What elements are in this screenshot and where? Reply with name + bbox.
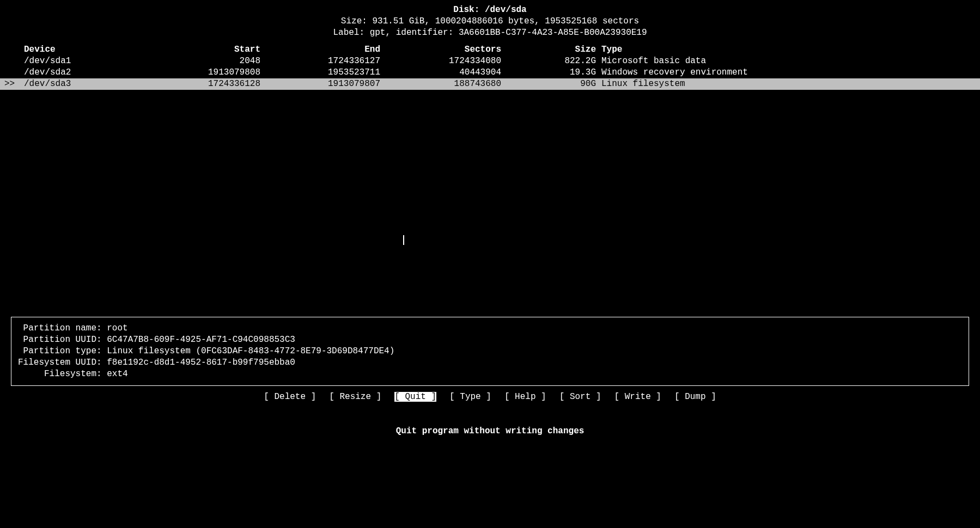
- disk-path: /dev/sda: [485, 5, 527, 15]
- header-type: Type: [596, 44, 980, 56]
- cell-type: Linux filesystem: [596, 78, 980, 90]
- cell-size: 822.2G: [501, 56, 596, 67]
- partition-row[interactable]: /dev/sda2191307980819535237114044390419.…: [0, 67, 980, 78]
- cell-sectors: 188743680: [380, 78, 501, 90]
- header-size: Size: [501, 44, 596, 56]
- cell-end: 1913079807: [260, 78, 380, 90]
- cell-device: /dev/sda2: [24, 67, 176, 78]
- cell-end: 1724336127: [260, 56, 380, 67]
- header-end: End: [260, 44, 380, 56]
- cell-size: 90G: [501, 78, 596, 90]
- disk-header: Disk: /dev/sda Size: 931.51 GiB, 1000204…: [0, 0, 980, 39]
- partition-info-box: Partition name: root Partition UUID: 6C4…: [11, 317, 969, 386]
- dump-button[interactable]: [ Dump ]: [674, 392, 716, 402]
- cell-device: /dev/sda1: [24, 56, 176, 67]
- cell-size: 19.3G: [501, 67, 596, 78]
- partition-row[interactable]: /dev/sda1204817243361271724334080822.2GM…: [0, 56, 980, 67]
- selection-marker-icon: [0, 67, 24, 78]
- header-start: Start: [176, 44, 260, 56]
- menu-bar: [ Delete ][ Resize ][ Quit ][ Type ][ He…: [0, 392, 980, 402]
- cell-type: Microsoft basic data: [596, 56, 980, 67]
- header-device: Device: [24, 44, 176, 56]
- info-partition-type: Partition type: Linux filesystem (0FC63D…: [18, 346, 962, 357]
- cell-start: 1913079808: [176, 67, 260, 78]
- quit-button[interactable]: [ Quit ]: [394, 392, 436, 402]
- disk-label-line: Label: gpt, identifier: 3A6601BB-C377-4A…: [0, 27, 980, 39]
- header-sectors: Sectors: [380, 44, 501, 56]
- disk-label: Disk:: [453, 5, 485, 15]
- help-button[interactable]: [ Help ]: [504, 392, 546, 402]
- partition-row[interactable]: >>/dev/sda317243361281913079807188743680…: [0, 78, 980, 90]
- sort-button[interactable]: [ Sort ]: [559, 392, 601, 402]
- cell-start: 1724336128: [176, 78, 260, 90]
- write-button[interactable]: [ Write ]: [614, 392, 661, 402]
- disk-size-line: Size: 931.51 GiB, 1000204886016 bytes, 1…: [0, 16, 980, 27]
- cell-sectors: 40443904: [380, 67, 501, 78]
- selection-marker-icon: [0, 56, 24, 67]
- partition-table: Device Start End Sectors Size Type /dev/…: [0, 44, 980, 90]
- disk-title: Disk: /dev/sda: [0, 4, 980, 16]
- info-filesystem-uuid: Filesystem UUID: f8e1192c-d8d1-4952-8617…: [18, 357, 962, 369]
- info-filesystem: Filesystem: ext4: [18, 369, 962, 380]
- cell-sectors: 1724334080: [380, 56, 501, 67]
- info-partition-uuid: Partition UUID: 6C47A7B8-609F-4925-AF71-…: [18, 334, 962, 346]
- header-marker: [0, 44, 24, 56]
- cell-end: 1953523711: [260, 67, 380, 78]
- menu-hint: Quit program without writing changes: [0, 426, 980, 436]
- cell-device: /dev/sda3: [24, 78, 176, 90]
- delete-button[interactable]: [ Delete ]: [264, 392, 316, 402]
- info-partition-name: Partition name: root: [18, 323, 962, 334]
- text-cursor-icon: [403, 235, 404, 245]
- type-button[interactable]: [ Type ]: [449, 392, 491, 402]
- cell-start: 2048: [176, 56, 260, 67]
- selection-marker-icon: >>: [0, 78, 24, 90]
- resize-button[interactable]: [ Resize ]: [329, 392, 381, 402]
- cell-type: Windows recovery environment: [596, 67, 980, 78]
- table-header-row: Device Start End Sectors Size Type: [0, 44, 980, 56]
